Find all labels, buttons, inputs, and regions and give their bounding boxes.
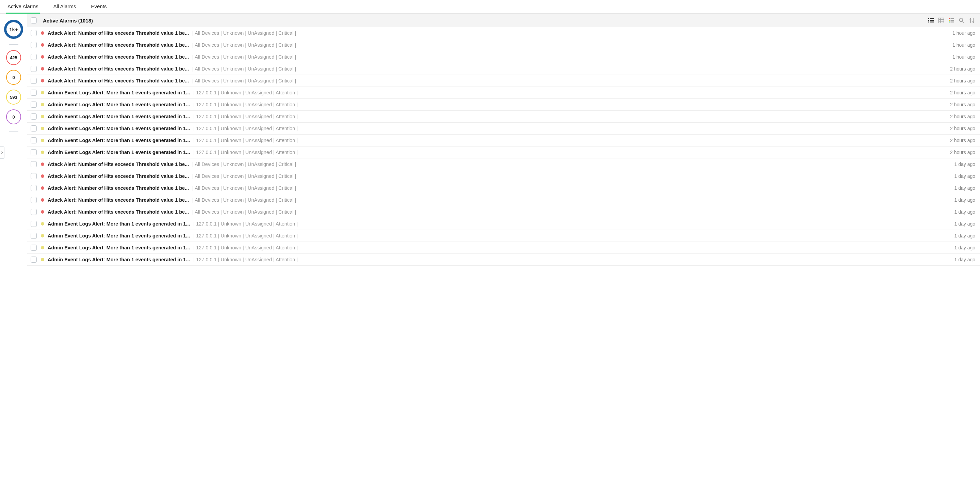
alarm-row[interactable]: Admin Event Logs Alert: More than 1 even… [27,242,980,254]
severity-sidebar: 1k+ 42505930 [0,14,27,266]
severity-dot-icon [41,43,44,47]
search-icon[interactable] [958,17,965,24]
row-checkbox[interactable] [30,113,37,120]
alarm-row[interactable]: Attack Alert: Number of Hits exceeds Thr… [27,51,980,63]
list-view-icon[interactable] [928,17,934,24]
alarm-title: Admin Event Logs Alert: More than 1 even… [48,257,190,262]
alarm-row[interactable]: Admin Event Logs Alert: More than 1 even… [27,111,980,123]
sidebar-expand-handle[interactable] [0,147,5,159]
severity-total-circle[interactable]: 1k+ [4,20,23,39]
severity-dot-icon [41,258,44,261]
alarm-row[interactable]: Admin Event Logs Alert: More than 1 even… [27,147,980,158]
tabs-bar: Active AlarmsAll AlarmsEvents [0,0,980,14]
tab-label: Events [91,3,107,9]
severity-dot-icon [41,127,44,130]
alarm-meta: | 127.0.0.1 | Unknown | UnAssigned | Att… [193,137,943,143]
alarm-title: Admin Event Logs Alert: More than 1 even… [48,126,190,131]
row-checkbox[interactable] [30,137,37,144]
select-all-checkbox[interactable] [30,18,37,24]
row-checkbox[interactable] [30,197,37,203]
alarm-meta: | All Devices | Unknown | UnAssigned | C… [192,66,943,72]
tab-events[interactable]: Events [90,0,108,14]
row-checkbox[interactable] [30,185,37,191]
grid-view-icon[interactable] [938,17,945,24]
severity-dot-icon [41,174,44,178]
row-checkbox[interactable] [30,66,37,72]
alarm-time: 1 day ago [955,185,975,191]
alarm-row[interactable]: Attack Alert: Number of Hits exceeds Thr… [27,75,980,87]
severity-filter-down[interactable]: 0 [6,109,21,125]
row-checkbox[interactable] [30,244,37,251]
list-toolbar [928,17,975,24]
alarm-row[interactable]: Attack Alert: Number of Hits exceeds Thr… [27,27,980,39]
row-checkbox[interactable] [30,233,37,239]
alarm-row[interactable]: Admin Event Logs Alert: More than 1 even… [27,99,980,111]
alarm-time: 1 day ago [955,173,975,179]
alarm-meta: | All Devices | Unknown | UnAssigned | C… [192,78,943,83]
alarm-row[interactable]: Admin Event Logs Alert: More than 1 even… [27,87,980,99]
row-checkbox[interactable] [30,54,37,60]
alarm-title: Admin Event Logs Alert: More than 1 even… [48,245,190,251]
severity-dot-icon [41,115,44,118]
row-checkbox[interactable] [30,30,37,36]
row-checkbox[interactable] [30,42,37,48]
alarm-title: Admin Event Logs Alert: More than 1 even… [48,114,190,119]
alarm-row[interactable]: Attack Alert: Number of Hits exceeds Thr… [27,182,980,194]
alarm-time: 2 hours ago [950,66,975,72]
sort-icon[interactable] [969,17,975,24]
alarm-row[interactable]: Admin Event Logs Alert: More than 1 even… [27,218,980,230]
alarm-row[interactable]: Admin Event Logs Alert: More than 1 even… [27,134,980,147]
divider [9,131,18,131]
tab-active-alarms[interactable]: Active Alarms [6,0,40,14]
alarm-meta: | All Devices | Unknown | UnAssigned | C… [192,173,947,179]
alarm-time: 1 hour ago [953,42,975,48]
alarm-row[interactable]: Attack Alert: Number of Hits exceeds Thr… [27,63,980,75]
row-checkbox[interactable] [30,149,37,155]
alarm-meta: | 127.0.0.1 | Unknown | UnAssigned | Att… [193,221,947,227]
severity-filter-trbl[interactable]: 0 [6,70,21,85]
alarm-row[interactable]: Admin Event Logs Alert: More than 1 even… [27,123,980,134]
alarm-meta: | All Devices | Unknown | UnAssigned | C… [192,185,947,191]
severity-dot-icon [41,210,44,214]
alarm-row[interactable]: Admin Event Logs Alert: More than 1 even… [27,230,980,242]
alarm-time: 2 hours ago [950,114,975,119]
alarm-row[interactable]: Attack Alert: Number of Hits exceeds Thr… [27,158,980,170]
alarm-title: Attack Alert: Number of Hits exceeds Thr… [48,209,189,215]
row-checkbox[interactable] [30,161,37,167]
svg-rect-12 [951,18,954,19]
alarm-row[interactable]: Attack Alert: Number of Hits exceeds Thr… [27,194,980,206]
alarm-time: 1 day ago [955,197,975,203]
row-checkbox[interactable] [30,173,37,179]
row-checkbox[interactable] [30,221,37,227]
severity-filter-attn[interactable]: 593 [6,89,21,105]
severity-count-value: 593 [10,95,18,100]
row-checkbox[interactable] [30,125,37,131]
alarm-time: 1 day ago [955,221,975,227]
alarm-meta: | 127.0.0.1 | Unknown | UnAssigned | Att… [193,102,943,107]
alarm-row[interactable]: Attack Alert: Number of Hits exceeds Thr… [27,170,980,182]
tab-all-alarms[interactable]: All Alarms [52,0,78,14]
alarm-meta: | 127.0.0.1 | Unknown | UnAssigned | Att… [193,245,947,251]
alarm-time: 2 hours ago [950,102,975,107]
row-checkbox[interactable] [30,102,37,108]
list-title: Active Alarms (1018) [43,18,921,24]
row-checkbox[interactable] [30,78,37,84]
svg-rect-3 [930,20,934,21]
alarm-row[interactable]: Attack Alert: Number of Hits exceeds Thr… [27,206,980,218]
alarm-row[interactable]: Attack Alert: Number of Hits exceeds Thr… [27,39,980,51]
colored-list-view-icon[interactable] [948,17,955,24]
row-checkbox[interactable] [30,257,37,263]
row-checkbox[interactable] [30,89,37,96]
alarm-time: 1 day ago [955,209,975,215]
row-checkbox[interactable] [30,209,37,215]
alarm-meta: | All Devices | Unknown | UnAssigned | C… [192,42,945,48]
severity-filter-crit[interactable]: 425 [6,50,21,65]
alarm-time: 1 day ago [955,233,975,238]
alarm-meta: | 127.0.0.1 | Unknown | UnAssigned | Att… [193,257,947,262]
alarm-row[interactable]: Admin Event Logs Alert: More than 1 even… [27,254,980,266]
chevron-right-icon [1,151,3,155]
severity-dot-icon [41,103,44,106]
content: 1k+ 42505930 Active Alarms (1018) [0,14,980,266]
alarm-time: 1 hour ago [953,54,975,60]
alarm-title: Admin Event Logs Alert: More than 1 even… [48,137,190,143]
